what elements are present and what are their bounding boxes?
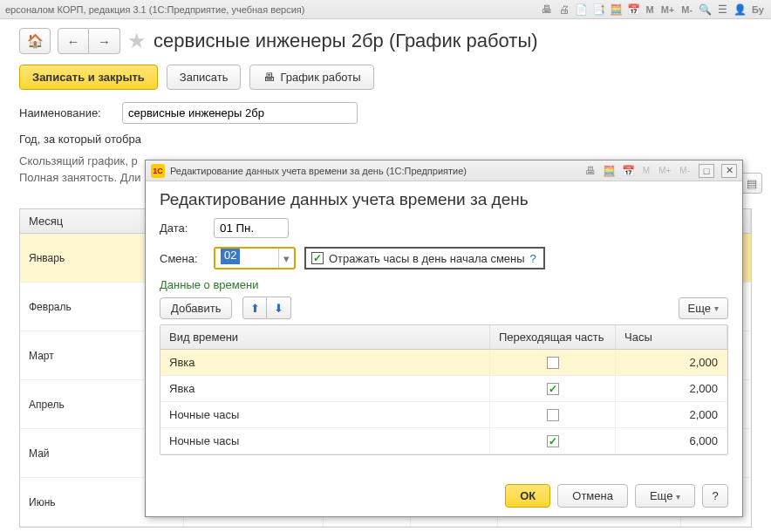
dlg-calendar-icon[interactable]: 📅 <box>622 164 636 178</box>
zoom-icon[interactable]: 🔍 <box>698 3 712 17</box>
print2-icon[interactable]: 🖨 <box>557 3 571 17</box>
year-label: Год, за который отобра <box>19 133 141 146</box>
col-carry-header[interactable]: Переходящая часть <box>490 325 616 349</box>
app-1c-icon: 1C <box>151 164 165 178</box>
help-button[interactable]: ? <box>702 484 728 508</box>
doc-icon[interactable]: 📄 <box>575 3 589 17</box>
home-button[interactable]: 🏠 <box>19 28 51 54</box>
schedule-button[interactable]: 🖶 График работы <box>249 65 373 90</box>
time-table: Вид времени Переходящая часть Часы Явка2… <box>160 324 728 455</box>
app-title: ерсоналом КОРП, редакция 3.1 (1С:Предпри… <box>5 4 304 15</box>
edit-time-dialog: 1C Редактирование данных учета времени з… <box>145 160 743 517</box>
memory-m[interactable]: M <box>645 4 656 15</box>
table-row[interactable]: Явка✓2,000 <box>160 376 727 402</box>
cancel-button[interactable]: Отмена <box>557 484 628 508</box>
save-button[interactable]: Записать <box>167 65 242 90</box>
shift-value-selected[interactable]: 02 <box>221 247 240 264</box>
carry-checkbox[interactable]: ✓ <box>547 435 559 447</box>
add-button[interactable]: Добавить <box>160 297 232 319</box>
dlg-mplus[interactable]: M+ <box>657 166 672 175</box>
carry-checkbox[interactable] <box>547 357 559 369</box>
dialog-title: Редактирование данных учета времени за д… <box>160 190 728 209</box>
dialog-window-title: Редактирование данных учета времени за д… <box>170 166 578 176</box>
reflect-hours-checkbox[interactable]: ✓ <box>311 252 324 264</box>
chevron-down-icon: ▾ <box>676 492 680 501</box>
hours-cell: 2,000 <box>616 376 727 401</box>
table-row[interactable]: Ночные часы✓6,000 <box>160 428 727 454</box>
side-toggle-button[interactable]: ▤ <box>741 173 762 194</box>
user-label: Бу <box>750 4 766 15</box>
time-data-section-label: Данные о времени <box>160 278 728 291</box>
chevron-down-icon: ▾ <box>714 304 719 313</box>
table-row[interactable]: Ночные часы2,000 <box>160 402 727 428</box>
reflect-hours-label: Отражать часы в день начала смены <box>329 252 525 265</box>
type-cell: Явка <box>160 350 490 375</box>
hours-cell: 6,000 <box>616 428 727 454</box>
dlg-calc-icon[interactable]: 🧮 <box>603 164 617 178</box>
ok-button[interactable]: ОК <box>505 484 550 508</box>
dialog-maximize-button[interactable]: □ <box>699 164 714 178</box>
favorite-star-icon[interactable]: ★ <box>127 29 147 53</box>
carry-cell[interactable] <box>490 402 616 427</box>
nav-back-button[interactable]: ← <box>58 28 89 54</box>
type-cell: Ночные часы <box>160 402 490 427</box>
user-icon[interactable]: 👤 <box>733 3 747 17</box>
move-down-button[interactable]: ⬇ <box>267 297 291 319</box>
doc2-icon[interactable]: 📑 <box>592 3 606 17</box>
hours-cell: 2,000 <box>616 402 727 427</box>
carry-cell[interactable] <box>490 350 616 375</box>
help-icon[interactable]: ? <box>530 252 536 265</box>
table-row[interactable]: Явка2,000 <box>160 350 727 376</box>
reflect-hours-frame[interactable]: ✓ Отражать часы в день начала смены ? <box>304 247 545 269</box>
more-button-bottom[interactable]: Еще ▾ <box>635 484 695 508</box>
memory-mplus[interactable]: M+ <box>659 4 677 15</box>
dlg-mminus[interactable]: M- <box>678 166 692 175</box>
dlg-m[interactable]: M <box>641 166 652 175</box>
dialog-close-button[interactable]: ✕ <box>721 164 737 178</box>
name-input[interactable] <box>122 102 358 124</box>
shift-input-wrap[interactable]: 02 ▾ <box>214 247 296 269</box>
print-icon[interactable]: 🖶 <box>540 3 554 17</box>
date-input[interactable] <box>214 218 289 238</box>
shift-label: Смена: <box>160 252 205 265</box>
memory-mminus[interactable]: M- <box>679 4 694 15</box>
page-title: сервисные инженеры 2бр (График работы) <box>154 30 538 52</box>
type-cell: Ночные часы <box>160 428 490 454</box>
move-up-button[interactable]: ⬆ <box>242 297 267 319</box>
app-titlebar: ерсоналом КОРП, редакция 3.1 (1С:Предпри… <box>0 0 771 19</box>
shift-dropdown-icon[interactable]: ▾ <box>278 249 294 268</box>
schedule-button-label: График работы <box>280 71 360 84</box>
print-icon: 🖶 <box>263 72 275 84</box>
more-button-top[interactable]: Еще ▾ <box>679 297 728 319</box>
name-label: Наименование: <box>19 106 115 119</box>
date-label: Дата: <box>160 222 205 235</box>
save-and-close-button[interactable]: Записать и закрыть <box>19 65 158 90</box>
col-type-header[interactable]: Вид времени <box>160 325 490 349</box>
calendar-icon[interactable]: 📅 <box>627 3 641 17</box>
dlg-print-icon[interactable]: 🖶 <box>583 164 597 178</box>
carry-cell[interactable]: ✓ <box>490 376 616 401</box>
carry-cell[interactable]: ✓ <box>490 428 616 454</box>
nav-forward-button[interactable]: → <box>89 28 120 54</box>
calc-icon[interactable]: 🧮 <box>610 3 624 17</box>
hours-cell: 2,000 <box>616 350 727 375</box>
menu-icon[interactable]: ☰ <box>715 3 729 17</box>
col-hours-header[interactable]: Часы <box>616 325 727 349</box>
carry-checkbox[interactable] <box>547 409 559 421</box>
type-cell: Явка <box>160 376 490 401</box>
carry-checkbox[interactable]: ✓ <box>547 383 559 395</box>
